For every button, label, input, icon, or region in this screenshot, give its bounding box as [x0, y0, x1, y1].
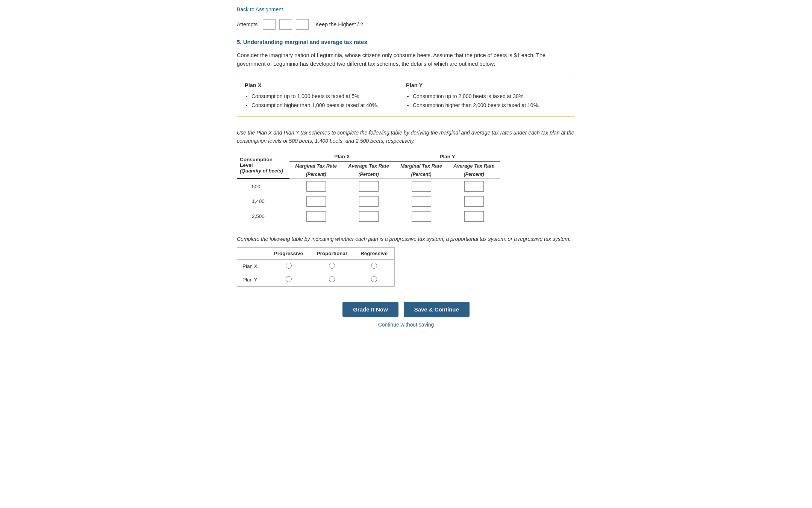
attempt-box-3 — [296, 19, 309, 30]
save-continue-button[interactable]: Save & Continue — [404, 302, 470, 317]
plan-y-marginal-500-input[interactable] — [412, 181, 431, 192]
quantity-2500: 2,500 — [237, 209, 289, 224]
tax-rate-table: Consumption Level (Quantity of beets) Pl… — [237, 152, 500, 224]
plan-x-marginal-header: Marginal Tax Rate — [289, 161, 342, 170]
plan-y-marginal-2500-input[interactable] — [412, 211, 431, 222]
plan-x-marginal-1400-input[interactable] — [306, 196, 326, 207]
plan-y-table-header: Plan Y — [395, 152, 500, 161]
radio-plan-x-progressive[interactable] — [286, 263, 292, 269]
plan-y-marginal-percent: (Percent) — [395, 170, 448, 179]
complete-instruction-text: Complete the following table by indicati… — [237, 236, 575, 242]
plan-y-title: Plan Y — [406, 82, 567, 88]
keep-highest-label: Keep the Highest / 2 — [315, 21, 363, 27]
action-buttons-row: Grade It Now Save & Continue — [237, 302, 575, 317]
plan-y-marginal-500 — [395, 178, 448, 194]
radio-plan-y-label: Plan Y — [237, 273, 267, 286]
plan-x-column: Plan X Consumption up to 1,000 beets is … — [245, 82, 406, 110]
radio-plan-x-regressive-cell — [354, 259, 395, 273]
continue-without-saving-link[interactable]: Continue without saving — [378, 322, 434, 328]
plan-x-marginal-2500-input[interactable] — [306, 211, 326, 222]
plan-x-average-header: Average Tax Rate — [342, 161, 395, 170]
quantity-500: 500 — [237, 178, 289, 194]
plan-y-average-1400 — [448, 194, 500, 209]
plan-y-average-header: Average Tax Rate — [448, 161, 500, 170]
question-intro-text: Consider the imaginary nation of Legumin… — [237, 51, 575, 68]
radio-plan-y-progressive[interactable] — [286, 276, 292, 282]
plan-y-average-1400-input[interactable] — [464, 196, 484, 207]
plan-y-marginal-2500 — [395, 209, 448, 224]
radio-plan-x-regressive[interactable] — [371, 263, 377, 269]
grade-it-now-button[interactable]: Grade It Now — [342, 302, 398, 317]
plan-x-table-header: Plan X — [289, 152, 395, 161]
attempts-row: Attempts Keep the Highest / 2 — [237, 19, 575, 30]
attempt-box-1 — [263, 19, 276, 30]
radio-row-plan-y: Plan Y — [237, 273, 395, 286]
plan-y-marginal-1400 — [395, 194, 448, 209]
table-row-1400: 1,400 — [237, 194, 500, 209]
plan-y-column: Plan Y Consumption up to 2,000 beets is … — [406, 82, 567, 110]
plan-x-marginal-500 — [289, 178, 342, 194]
plan-x-average-1400-input[interactable] — [359, 196, 379, 207]
plan-y-marginal-header: Marginal Tax Rate — [395, 161, 448, 170]
radio-header-progressive: Progressive — [267, 247, 310, 259]
quantity-1400: 1,400 — [237, 194, 289, 209]
table-instruction: Use the Plan X and Plan Y tax schemes to… — [237, 129, 575, 145]
plan-y-item-2: Consumption higher than 2,000 beets is t… — [413, 101, 567, 110]
plan-x-marginal-percent: (Percent) — [289, 170, 342, 179]
radio-plan-y-regressive-cell — [354, 273, 395, 286]
plan-y-average-2500 — [448, 209, 500, 224]
plan-x-average-500-input[interactable] — [359, 181, 379, 192]
plan-x-marginal-1400 — [289, 194, 342, 209]
table-row-500: 500 — [237, 178, 500, 194]
plan-y-average-500 — [448, 178, 500, 194]
table-row-2500: 2,500 — [237, 209, 500, 224]
col-consumption-header: Consumption Level (Quantity of beets) — [237, 152, 289, 179]
plan-x-marginal-500-input[interactable] — [306, 181, 326, 192]
plan-x-average-1400 — [342, 194, 395, 209]
plan-y-average-2500-input[interactable] — [464, 211, 484, 222]
plan-x-title: Plan X — [245, 82, 406, 88]
plan-y-item-1: Consumption up to 2,000 beets is taxed a… — [413, 92, 567, 101]
radio-plan-y-regressive[interactable] — [371, 276, 377, 282]
plan-x-average-2500 — [342, 209, 395, 224]
radio-plan-x-progressive-cell — [267, 259, 310, 273]
continue-link-row: Continue without saving — [237, 322, 575, 328]
plan-x-average-500 — [342, 178, 395, 194]
radio-plan-x-label: Plan X — [237, 259, 267, 273]
plan-x-average-2500-input[interactable] — [359, 211, 379, 222]
radio-header-proportional: Proportional — [310, 247, 354, 259]
radio-plan-y-progressive-cell — [267, 273, 310, 286]
plan-y-list: Consumption up to 2,000 beets is taxed a… — [406, 92, 567, 110]
plan-y-average-500-input[interactable] — [464, 181, 484, 192]
plan-table-wrapper: Plan X Consumption up to 1,000 beets is … — [237, 76, 575, 116]
radio-header-blank — [237, 247, 267, 259]
plan-y-average-percent: (Percent) — [448, 170, 500, 179]
radio-header-regressive: Regressive — [354, 247, 395, 259]
radio-plan-y-proportional[interactable] — [329, 276, 335, 282]
question-title: 5. Understanding marginal and average ta… — [237, 39, 575, 45]
radio-plan-x-proportional-cell — [310, 259, 354, 273]
radio-row-plan-x: Plan X — [237, 259, 395, 273]
plan-x-item-2: Consumption higher than 1,000 beets is t… — [251, 101, 406, 110]
plan-x-list: Consumption up to 1,000 beets is taxed a… — [245, 92, 406, 110]
plan-x-marginal-2500 — [289, 209, 342, 224]
plan-y-marginal-1400-input[interactable] — [412, 196, 431, 207]
plan-x-item-1: Consumption up to 1,000 beets is taxed a… — [251, 92, 406, 101]
radio-plan-x-proportional[interactable] — [329, 263, 335, 269]
back-to-assignment-link[interactable]: Back to Assignment — [237, 6, 283, 12]
attempts-label: Attempts — [237, 21, 258, 27]
attempt-box-2 — [279, 19, 292, 30]
tax-system-radio-table: Progressive Proportional Regressive Plan… — [237, 247, 395, 287]
radio-plan-y-proportional-cell — [310, 273, 354, 286]
plan-x-average-percent: (Percent) — [342, 170, 395, 179]
